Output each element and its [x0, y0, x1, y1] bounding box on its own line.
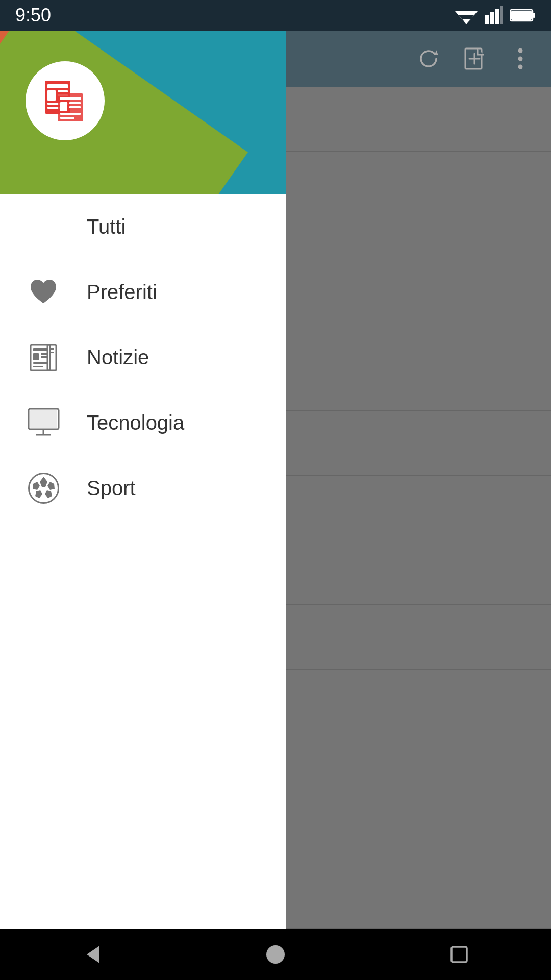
right-row-5 [286, 346, 551, 411]
svg-marker-51 [87, 946, 99, 963]
svg-point-52 [266, 945, 285, 964]
home-icon [263, 942, 288, 967]
drawer-item-tecnologia-label: Tecnologia [87, 411, 184, 434]
svg-point-48 [518, 48, 523, 53]
svg-rect-32 [49, 348, 54, 350]
toolbar [286, 31, 551, 87]
right-row-1 [286, 87, 551, 152]
bottom-nav [0, 929, 551, 980]
newspaper-icon [26, 339, 61, 375]
status-time: 9:50 [15, 5, 51, 26]
drawer-item-preferiti-label: Preferiti [87, 281, 157, 304]
right-row-4 [286, 281, 551, 346]
drawer-item-notizie[interactable]: Notizie [0, 325, 286, 390]
svg-rect-11 [47, 84, 68, 88]
battery-icon [510, 8, 536, 23]
drawer-item-tutti-label: Tutti [87, 215, 126, 238]
svg-point-50 [518, 65, 523, 69]
more-icon [517, 47, 524, 70]
heart-icon [26, 274, 61, 310]
more-button[interactable] [500, 38, 541, 79]
right-row-3 [286, 216, 551, 281]
signal-icon [485, 6, 503, 24]
drawer-item-notizie-label: Notizie [87, 346, 149, 369]
soccer-icon [26, 470, 61, 506]
svg-rect-21 [69, 106, 81, 108]
right-row-8 [286, 540, 551, 605]
svg-rect-25 [33, 348, 47, 351]
svg-rect-3 [485, 15, 489, 24]
app-logo [26, 61, 105, 140]
recents-icon [446, 942, 472, 967]
add-file-icon [464, 47, 485, 70]
status-icons [455, 6, 536, 24]
svg-rect-8 [533, 13, 535, 18]
wifi-icon [455, 6, 478, 24]
back-button[interactable] [66, 937, 117, 972]
right-row-6 [286, 411, 551, 476]
right-panel [286, 31, 551, 929]
svg-rect-33 [49, 352, 54, 353]
svg-rect-18 [60, 97, 81, 100]
svg-rect-12 [47, 90, 56, 101]
recents-button[interactable] [434, 937, 485, 972]
svg-rect-5 [495, 9, 499, 24]
status-bar: 9:50 [0, 0, 551, 31]
svg-marker-40 [33, 482, 40, 490]
right-row-10 [286, 670, 551, 734]
svg-rect-53 [452, 947, 467, 962]
back-icon [79, 942, 105, 967]
refresh-button[interactable] [408, 38, 449, 79]
svg-rect-20 [69, 102, 81, 104]
app-logo-icon [42, 78, 88, 124]
svg-marker-43 [45, 490, 52, 498]
svg-rect-4 [490, 12, 494, 24]
svg-rect-6 [500, 6, 503, 24]
svg-point-49 [518, 57, 523, 61]
drawer-item-sport-label: Sport [87, 477, 136, 500]
right-content-rows [286, 87, 551, 929]
drawer: Tutti Preferiti [0, 31, 286, 929]
right-row-2 [286, 152, 551, 216]
home-button[interactable] [250, 937, 301, 972]
right-row-13 [286, 864, 551, 929]
add-button[interactable] [454, 38, 495, 79]
right-row-7 [286, 476, 551, 541]
svg-rect-30 [33, 366, 43, 368]
main-layout: Tutti Preferiti [0, 31, 551, 929]
drawer-item-tecnologia[interactable]: Tecnologia [0, 390, 286, 455]
drawer-item-preferiti[interactable]: Preferiti [0, 259, 286, 325]
svg-rect-26 [33, 353, 39, 360]
svg-rect-13 [58, 90, 68, 92]
svg-rect-19 [60, 102, 67, 111]
svg-rect-28 [41, 356, 47, 358]
svg-rect-9 [511, 11, 532, 20]
svg-rect-27 [41, 353, 47, 355]
svg-marker-42 [35, 490, 42, 498]
svg-marker-2 [462, 19, 470, 24]
drawer-item-sport[interactable]: Sport [0, 455, 286, 521]
svg-rect-35 [30, 410, 57, 428]
right-row-11 [286, 734, 551, 799]
right-row-12 [286, 799, 551, 864]
svg-rect-29 [33, 362, 47, 364]
svg-rect-22 [60, 113, 81, 115]
refresh-icon [417, 47, 440, 70]
svg-rect-23 [60, 117, 74, 119]
right-row-9 [286, 605, 551, 670]
drawer-item-tutti[interactable]: Tutti [0, 194, 286, 259]
svg-marker-41 [47, 482, 55, 490]
drawer-header [0, 31, 286, 194]
drawer-items: Tutti Preferiti [0, 194, 286, 929]
svg-marker-39 [40, 477, 47, 487]
monitor-icon [26, 405, 61, 440]
